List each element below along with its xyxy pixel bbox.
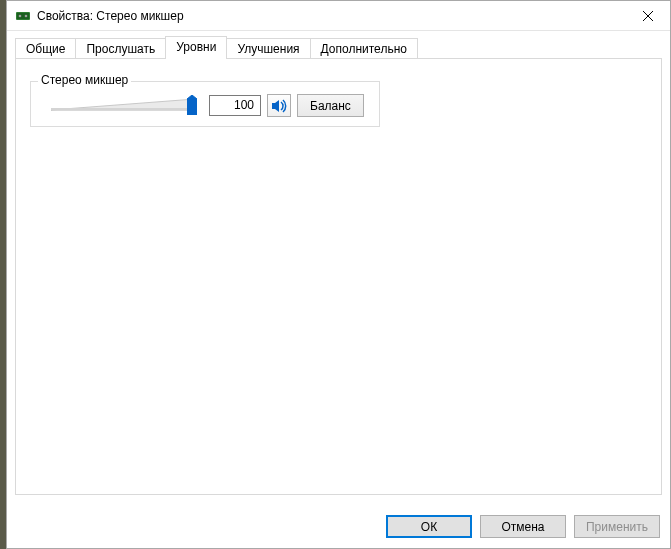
- tab-label: Общие: [26, 42, 65, 56]
- mute-button[interactable]: [267, 94, 291, 117]
- slider-thumb[interactable]: [187, 95, 197, 115]
- cancel-button[interactable]: Отмена: [480, 515, 566, 538]
- volume-value[interactable]: 100: [209, 95, 261, 116]
- speaker-icon: [271, 98, 287, 114]
- button-label: Применить: [586, 520, 648, 534]
- ok-button[interactable]: ОК: [386, 515, 472, 538]
- tab-advanced[interactable]: Дополнительно: [310, 38, 418, 60]
- close-button[interactable]: [625, 1, 670, 30]
- audio-device-icon: [15, 8, 31, 24]
- button-label: ОК: [421, 520, 437, 534]
- button-label: Отмена: [501, 520, 544, 534]
- tab-control: Общие Прослушать Уровни Улучшения Дополн…: [7, 31, 670, 495]
- titlebar: Свойства: Стерео микшер: [7, 1, 670, 31]
- dialog-window: Свойства: Стерео микшер Общие Прослушать…: [6, 0, 671, 549]
- balance-button[interactable]: Баланс: [297, 94, 364, 117]
- tab-panel-levels: Стерео микшер: [15, 59, 662, 495]
- svg-point-3: [25, 14, 28, 17]
- close-icon: [643, 11, 653, 21]
- tab-general[interactable]: Общие: [15, 38, 76, 60]
- window-title: Свойства: Стерео микшер: [37, 9, 625, 23]
- tab-label: Дополнительно: [321, 42, 407, 56]
- level-row: 100 Баланс: [51, 94, 373, 117]
- tab-label: Улучшения: [237, 42, 299, 56]
- tab-levels[interactable]: Уровни: [165, 36, 227, 59]
- tab-enhancements[interactable]: Улучшения: [226, 38, 310, 60]
- svg-marker-7: [187, 95, 197, 115]
- tab-listen[interactable]: Прослушать: [75, 38, 166, 60]
- volume-slider[interactable]: [51, 95, 199, 117]
- dialog-buttons: ОК Отмена Применить: [386, 515, 660, 538]
- slider-rail: [51, 108, 195, 110]
- balance-label: Баланс: [310, 99, 351, 113]
- apply-button: Применить: [574, 515, 660, 538]
- svg-marker-8: [272, 100, 279, 112]
- group-label: Стерео микшер: [38, 73, 131, 87]
- tab-strip: Общие Прослушать Уровни Улучшения Дополн…: [15, 37, 662, 59]
- tab-baseline: [15, 58, 662, 59]
- svg-point-2: [19, 14, 22, 17]
- tab-label: Уровни: [176, 40, 216, 54]
- level-group: Стерео микшер: [30, 81, 380, 127]
- tab-label: Прослушать: [86, 42, 155, 56]
